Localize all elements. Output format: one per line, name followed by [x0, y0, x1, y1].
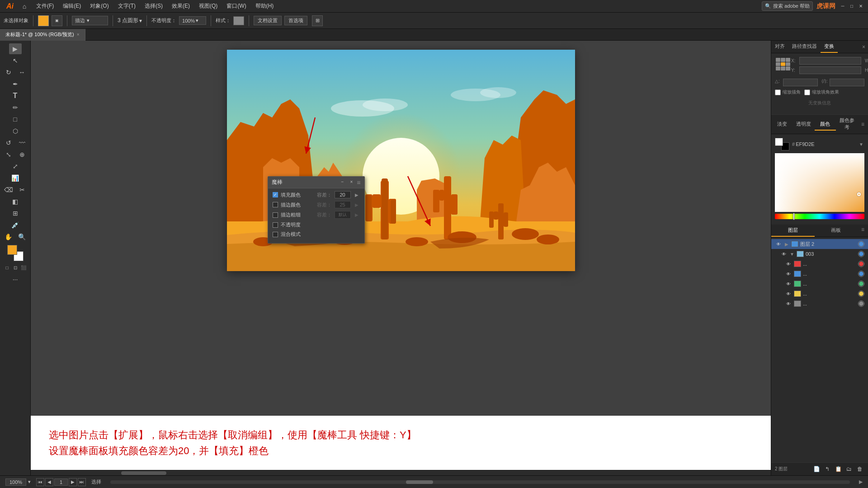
- restore-button[interactable]: □: [848, 3, 855, 10]
- menu-effect[interactable]: 效果(E): [168, 1, 193, 11]
- layer-visibility-003[interactable]: 👁: [780, 250, 788, 258]
- graph-tool[interactable]: 📊: [9, 173, 22, 183]
- layer-visibility-red[interactable]: 👁: [785, 260, 792, 267]
- layer-target-green[interactable]: [858, 281, 864, 287]
- next-page-button[interactable]: ▶: [69, 478, 77, 486]
- free-transform-tool[interactable]: ⤢: [9, 161, 22, 172]
- mask-mode-icon[interactable]: ⊡: [12, 264, 19, 271]
- layer-item-green[interactable]: 👁 ...: [771, 279, 868, 289]
- mesh-tool[interactable]: ⊞: [9, 208, 22, 219]
- layer-item-layer2[interactable]: 👁 ▶ 图层 2: [771, 239, 868, 249]
- zoom-tool[interactable]: 🔍: [16, 231, 28, 242]
- tab-pathfinder[interactable]: 路径查找器: [788, 41, 821, 53]
- search-box[interactable]: 🔍 搜索 adobe 帮助: [762, 1, 813, 11]
- layer-visibility-blue[interactable]: 👁: [785, 270, 792, 277]
- tab-transparency[interactable]: 透明度: [793, 118, 815, 131]
- transform-shear-input[interactable]: [830, 79, 864, 86]
- gradient-tool[interactable]: ◧: [9, 196, 22, 207]
- tab-color-ref[interactable]: 颜色参考: [836, 115, 858, 134]
- opacity-checkbox[interactable]: [273, 222, 278, 228]
- fill-color-box[interactable]: [38, 15, 49, 26]
- scale-tool[interactable]: ⤡: [2, 149, 15, 160]
- right-panel-close[interactable]: ×: [859, 42, 868, 52]
- tab-artboards[interactable]: 画板: [815, 225, 858, 237]
- fill-color-checkbox[interactable]: [273, 192, 278, 197]
- screen-mode-icon[interactable]: ⬛: [20, 264, 27, 271]
- menu-view[interactable]: 视图(Q): [195, 1, 221, 11]
- layer-target-003[interactable]: [858, 251, 864, 257]
- last-page-button[interactable]: ⏭: [78, 478, 86, 486]
- layer-target-blue[interactable]: [858, 271, 864, 277]
- preferences-button[interactable]: 首选项: [284, 16, 307, 25]
- panel-close-button[interactable]: ×: [348, 179, 355, 185]
- layer-target-red[interactable]: [858, 261, 864, 267]
- tab-layers[interactable]: 图层: [771, 225, 815, 237]
- doc-settings-button[interactable]: 文档设置: [254, 16, 282, 25]
- transform-tool[interactable]: ↻: [2, 67, 15, 78]
- color-panel-menu[interactable]: ≡: [858, 119, 868, 129]
- fg-bg-colors[interactable]: [7, 245, 24, 261]
- blend-mode-checkbox[interactable]: [273, 232, 278, 237]
- create-sublayer-button[interactable]: ↰: [823, 465, 832, 474]
- color-gradient-picker[interactable]: [775, 153, 864, 212]
- layer-visibility-green[interactable]: 👁: [785, 280, 792, 287]
- menu-help[interactable]: 帮助(H): [252, 1, 278, 11]
- menu-window[interactable]: 窗口(W): [223, 1, 250, 11]
- template-button[interactable]: 🗂: [844, 465, 854, 474]
- layer-item-blue[interactable]: 👁 ...: [771, 269, 868, 279]
- panel-minimize-button[interactable]: −: [339, 179, 346, 185]
- layer-target-layer2[interactable]: [858, 241, 864, 247]
- layer-item-yellow[interactable]: 👁 ...: [771, 289, 868, 299]
- select-tool[interactable]: ▶: [9, 43, 22, 54]
- hex-value[interactable]: EF9D2E: [796, 141, 815, 147]
- eyedropper-tool[interactable]: 💉: [9, 220, 22, 230]
- status-scroll-thumb[interactable]: [406, 480, 433, 484]
- tab-gradient[interactable]: 淡变: [771, 118, 793, 131]
- menu-object[interactable]: 对象(O): [86, 1, 112, 11]
- panel-menu-icon[interactable]: ≡: [357, 179, 360, 186]
- fg-bg-swatch[interactable]: [775, 138, 789, 150]
- zoom-input[interactable]: [5, 479, 26, 486]
- color-options-icon[interactable]: ▼: [859, 142, 864, 147]
- fill-tolerance-value[interactable]: 20: [335, 191, 351, 198]
- warp-tool[interactable]: 〰: [16, 137, 28, 148]
- text-tool[interactable]: T: [9, 90, 22, 101]
- right-arrow-icon[interactable]: ▶: [859, 479, 863, 485]
- tab-align[interactable]: 对齐: [771, 41, 788, 53]
- transform-angle-input[interactable]: [783, 79, 818, 86]
- tab-close-button[interactable]: ×: [77, 32, 80, 37]
- move-to-button[interactable]: 📋: [834, 465, 843, 474]
- transform-grid-icon[interactable]: [775, 57, 789, 71]
- menu-text[interactable]: 文字(T): [114, 1, 139, 11]
- status-scrollbar[interactable]: [110, 480, 850, 484]
- chevron-down-icon-zoom[interactable]: ▾: [28, 479, 31, 485]
- shape-builder-tool[interactable]: ⬡: [9, 126, 22, 136]
- layer-expand-layer2[interactable]: ▶: [784, 241, 789, 247]
- hand-tool[interactable]: ✋: [2, 231, 15, 242]
- style-box[interactable]: [233, 16, 244, 25]
- first-page-button[interactable]: ⏮: [36, 478, 44, 486]
- layer-item-gray[interactable]: 👁 ...: [771, 299, 868, 309]
- layer-expand-003[interactable]: ▼: [789, 251, 795, 257]
- new-layer-button[interactable]: 📄: [812, 465, 821, 474]
- transform-y-input[interactable]: [799, 66, 861, 74]
- layer-visibility-yellow[interactable]: 👁: [785, 290, 792, 297]
- layer-target-gray[interactable]: [858, 300, 864, 307]
- scale-strokes-checkbox[interactable]: [775, 89, 781, 95]
- stroke-icon[interactable]: ▣: [52, 15, 62, 26]
- transform-x-input[interactable]: [799, 57, 861, 65]
- more-tools[interactable]: ···: [9, 274, 22, 285]
- close-button[interactable]: ✕: [857, 3, 864, 10]
- canvas-scroll-area[interactable]: 魔棒 − × ≡ 填充颜色 容差： 20 ▶: [31, 41, 771, 416]
- minimize-button[interactable]: ─: [839, 3, 846, 10]
- horizontal-scrollbar[interactable]: [31, 470, 771, 475]
- direct-select-tool[interactable]: ↖: [9, 55, 22, 66]
- scale-effects-checkbox[interactable]: [804, 89, 810, 95]
- layer-item-red[interactable]: 👁 ...: [771, 259, 868, 269]
- pen-tool[interactable]: ✒: [9, 79, 22, 89]
- pencil-tool[interactable]: ✏: [9, 102, 22, 113]
- page-number-input[interactable]: [54, 479, 68, 486]
- normal-mode-icon[interactable]: □: [4, 264, 11, 271]
- scrollbar-thumb-h[interactable]: [121, 471, 166, 475]
- puppet-warp-tool[interactable]: ⊕: [16, 149, 28, 160]
